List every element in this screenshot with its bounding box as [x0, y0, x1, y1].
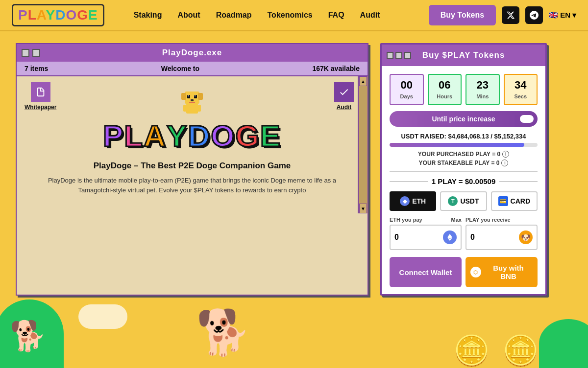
window-minimize[interactable]	[22, 49, 29, 57]
telegram-icon[interactable]	[525, 6, 543, 24]
input-row: ETH you pay Max 0 PLAY you receive	[390, 217, 538, 250]
available-count: 167K available	[312, 65, 360, 72]
price-increase-bar: Until price increase	[390, 111, 538, 127]
widget-close[interactable]	[404, 52, 411, 59]
site-logo[interactable]: PLAYDOGE	[12, 4, 104, 26]
countdown-days: 00 Days	[390, 74, 424, 105]
whitepaper-link[interactable]: Whitepaper	[24, 82, 56, 111]
widget-minimize[interactable]	[387, 52, 393, 59]
price-dash-left	[390, 181, 428, 182]
scroll-down-arrow[interactable]: ▼	[359, 204, 367, 213]
welcome-text: Welcome to	[161, 65, 199, 72]
svg-rect-1	[181, 93, 186, 100]
nav-faq[interactable]: FAQ	[328, 11, 344, 20]
play-input-display[interactable]: 0 🐶	[466, 225, 538, 250]
eth-label-row: ETH you pay Max	[390, 217, 462, 223]
window-menubar: 7 items Welcome to 167K available	[17, 62, 368, 76]
countdown-row: 00 Days 06 Hours 23 Mins 34 Secs	[390, 74, 538, 105]
nav-tokenomics[interactable]: Tokenomics	[268, 11, 313, 20]
eth-pay-label: ETH you pay	[390, 217, 422, 223]
language-selector[interactable]: 🇬🇧 EN ▾	[549, 11, 576, 20]
max-button[interactable]: Max	[451, 217, 462, 223]
doge-mascot	[172, 89, 212, 123]
eth-input-group: ETH you pay Max 0	[390, 217, 462, 250]
cloud	[78, 304, 127, 329]
coin-stack-1: 🪙	[453, 333, 490, 368]
countdown-mins: 23 Mins	[466, 74, 500, 105]
purchased-play: YOUR PURCHASED PLAY = 0 i	[390, 151, 538, 158]
playdoge-text-logo: PLAYDOGE	[103, 118, 281, 153]
scroll-up-arrow[interactable]: ▲	[359, 76, 367, 86]
nav-audit[interactable]: Audit	[360, 11, 380, 20]
svg-rect-10	[183, 105, 187, 112]
bush-right	[539, 319, 588, 368]
tab-card[interactable]: 💳 CARD	[491, 191, 538, 211]
nav-links: Staking About Roadmap Tokenomics FAQ Aud…	[134, 11, 429, 20]
tab-usdt[interactable]: T USDT	[440, 191, 487, 211]
window-body: Whitepaper Audit	[17, 76, 368, 213]
window-description: PlayDoge is the ultimate mobile play-to-…	[24, 176, 360, 195]
nav-roadmap[interactable]: Roadmap	[216, 11, 252, 20]
eth-input-display[interactable]: 0	[390, 225, 462, 250]
audit-link[interactable]: Audit	[334, 82, 354, 111]
connect-wallet-button[interactable]: Connect Wallet	[390, 257, 462, 287]
items-count: 7 items	[24, 65, 48, 72]
svg-rect-5	[188, 95, 189, 96]
whitepaper-icon	[31, 82, 50, 102]
buy-bnb-button[interactable]: ⬡ Buy with BNB	[466, 257, 538, 287]
nav-right: Buy Tokens 🇬🇧 EN ▾	[429, 5, 576, 25]
play-value: 0	[470, 233, 475, 242]
action-row: Connect Wallet ⬡ Buy with BNB	[390, 257, 538, 287]
eth-ball-icon	[443, 230, 457, 244]
doge-center: 🐕	[196, 307, 251, 358]
widget-controls	[387, 52, 411, 59]
playdoge-logo-area: PLAYDOGE	[24, 89, 360, 153]
countdown-hours: 06 Hours	[428, 74, 462, 105]
widget-body: 00 Days 06 Hours 23 Mins 34 Secs Unti	[382, 66, 545, 294]
twitter-icon[interactable]	[502, 6, 519, 24]
price-dash-right	[499, 181, 538, 182]
tab-eth[interactable]: ◆ ETH	[390, 191, 436, 211]
price-row: 1 PLAY = $0.00509	[390, 177, 538, 185]
svg-rect-9	[186, 104, 198, 114]
doge-ball-icon: 🐶	[519, 230, 533, 244]
navbar: PLAYDOGE Staking About Roadmap Tokenomic…	[0, 0, 588, 31]
svg-marker-12	[447, 234, 452, 239]
window-scrollbar[interactable]: ▲ ▼	[358, 76, 368, 213]
raised-info: USDT RAISED: $4,684,068.13 / $5,152,334	[390, 133, 538, 140]
play-input-group: PLAY you receive 0 🐶	[466, 217, 538, 250]
window-maximize[interactable]	[32, 49, 40, 57]
divider	[390, 171, 538, 172]
svg-rect-8	[189, 102, 195, 103]
buy-widget: Buy $PLAY Tokens 00 Days 06 Hours 23 Min…	[380, 43, 547, 296]
window-title: PlayDoge.exe	[162, 48, 222, 58]
doge-left: 🐕	[10, 319, 47, 353]
buy-tokens-button[interactable]: Buy Tokens	[429, 5, 496, 25]
stakeable-info-icon[interactable]: i	[501, 160, 508, 166]
window-panel: PlayDoge.exe 7 items Welcome to 167K ava…	[16, 43, 368, 296]
bnb-icon: ⬡	[470, 267, 481, 277]
stakeable-play: YOUR STAKEABLE PLAY = 0 i	[390, 160, 538, 166]
widget-titlebar: Buy $PLAY Tokens	[382, 45, 545, 66]
play-receive-label: PLAY you receive	[466, 217, 511, 223]
svg-rect-2	[198, 93, 203, 100]
toggle-dot	[520, 115, 534, 123]
progress-bar	[390, 143, 538, 147]
widget-maximize[interactable]	[395, 52, 402, 59]
progress-bar-fill	[390, 143, 524, 147]
coin-stack-2: 🪙	[502, 333, 539, 368]
purchased-info-icon[interactable]: i	[502, 151, 509, 158]
eth-icon: ◆	[400, 196, 410, 206]
main-content: PlayDoge.exe 7 items Welcome to 167K ava…	[0, 31, 588, 307]
widget-title: Buy $PLAY Tokens	[422, 50, 505, 60]
play-label-row: PLAY you receive	[466, 217, 538, 223]
card-icon: 💳	[498, 196, 508, 206]
nav-staking[interactable]: Staking	[134, 11, 162, 20]
price-label: 1 PLAY = $0.00509	[432, 177, 496, 185]
eth-value: 0	[394, 233, 399, 242]
nav-about[interactable]: About	[177, 11, 200, 20]
payment-tabs: ◆ ETH T USDT 💳 CARD	[390, 191, 538, 211]
usdt-icon: T	[448, 196, 458, 206]
window-controls	[22, 49, 40, 57]
svg-rect-11	[197, 105, 201, 112]
